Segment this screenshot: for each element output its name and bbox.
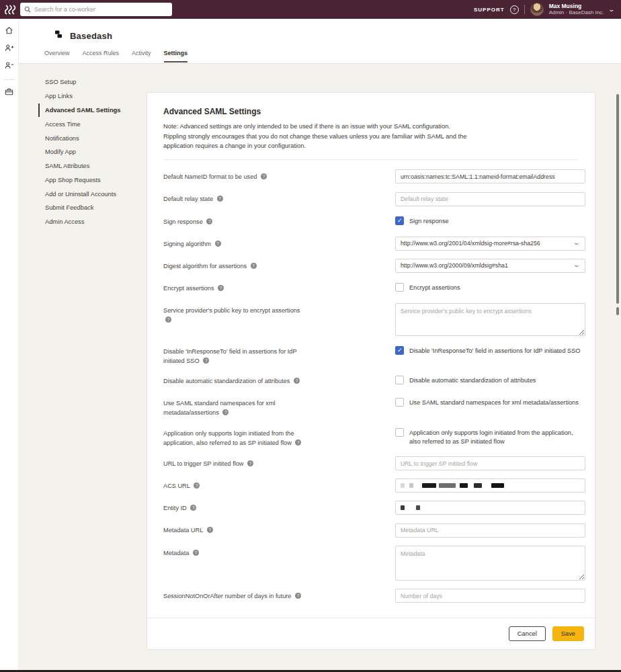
tab-bar: OverviewAccess RulesActivitySettings bbox=[19, 50, 621, 62]
help-icon[interactable]: ? bbox=[251, 263, 257, 269]
help-icon[interactable]: ? bbox=[295, 593, 301, 599]
chevron-down-icon: ⌄ bbox=[573, 239, 581, 246]
help-icon[interactable]: ? bbox=[190, 505, 196, 511]
sidebar-item-admin-access[interactable]: Admin Access bbox=[38, 215, 149, 229]
entity-id-label: Entity ID ? bbox=[163, 501, 395, 513]
default-nameid-format-label: Default NameID format to be used ? bbox=[163, 169, 395, 182]
user-info[interactable]: Max Musing Admin · BaseDash Inc. bbox=[549, 3, 604, 16]
help-icon[interactable]: ? bbox=[294, 378, 300, 384]
acs-url-input-redacted[interactable] bbox=[395, 478, 585, 493]
panel-note: Note: Advanced settings are only intende… bbox=[163, 122, 467, 151]
tab-settings[interactable]: Settings bbox=[164, 50, 188, 62]
briefcase-icon[interactable] bbox=[4, 87, 15, 97]
cancel-button[interactable]: Cancel bbox=[509, 626, 546, 641]
form-row-disable-standardization: Disable automatic standardization of att… bbox=[163, 374, 585, 388]
settings-sidebar: SSO SetupApp LinksAdvanced SAML Settings… bbox=[38, 75, 149, 229]
redacted-block bbox=[401, 483, 405, 488]
help-icon[interactable]: ? bbox=[193, 550, 199, 556]
sidebar-item-access-time[interactable]: Access Time bbox=[38, 117, 149, 131]
sidebar-item-app-links[interactable]: App Links bbox=[38, 89, 149, 103]
sp-public-key-label: Service provider's public key to encrypt… bbox=[163, 303, 395, 325]
scrollbar-nub[interactable] bbox=[616, 307, 619, 315]
save-button[interactable]: Save bbox=[552, 626, 584, 641]
metadata-textarea[interactable] bbox=[395, 546, 585, 581]
default-relay-state-label: Default relay state ? bbox=[163, 192, 395, 204]
page-title: Basedash bbox=[70, 31, 112, 41]
tab-overview[interactable]: Overview bbox=[44, 50, 70, 62]
help-icon[interactable]: ? bbox=[217, 196, 223, 202]
top-bar: SUPPORT ? Max Musing Admin · BaseDash In… bbox=[0, 0, 621, 19]
form-row-digest-algorithm: Digest algorithm for assertions ?http://… bbox=[163, 259, 585, 273]
scrollbar[interactable] bbox=[616, 94, 619, 304]
search-input[interactable] bbox=[34, 6, 168, 13]
entity-id-input-redacted[interactable] bbox=[395, 501, 585, 515]
disable-inresponseto-checkbox[interactable] bbox=[395, 346, 404, 355]
sidebar-item-notifications[interactable]: Notifications bbox=[38, 131, 149, 145]
user-avatar[interactable] bbox=[530, 3, 544, 16]
help-icon[interactable]: ? bbox=[261, 173, 267, 179]
default-relay-state-input[interactable] bbox=[395, 192, 585, 206]
home-icon[interactable] bbox=[4, 26, 15, 36]
metadata-url-input[interactable] bbox=[395, 523, 585, 538]
help-icon[interactable]: ? bbox=[165, 317, 171, 323]
sp-public-key-textarea[interactable] bbox=[395, 303, 585, 336]
help-icon[interactable]: ? bbox=[295, 439, 301, 446]
help-icon[interactable]: ? bbox=[194, 482, 200, 489]
tab-access-rules[interactable]: Access Rules bbox=[83, 50, 120, 62]
rippling-logo-icon[interactable] bbox=[0, 5, 20, 15]
coworker-search[interactable] bbox=[20, 3, 172, 16]
form-row-default-nameid-format: Default NameID format to be used ? bbox=[163, 169, 585, 184]
digest-algorithm-select[interactable]: http://www.w3.org/2000/09/xmldsig#sha1⌄ bbox=[395, 259, 585, 273]
form-row-saml-namespaces: Use SAML standard namespaces for xml met… bbox=[163, 396, 585, 418]
left-nav-rail bbox=[0, 19, 19, 670]
sidebar-item-advanced-saml-settings[interactable]: Advanced SAML Settings bbox=[38, 103, 149, 118]
chevron-down-icon[interactable]: ⌄ bbox=[608, 6, 616, 13]
help-icon[interactable]: ? bbox=[510, 5, 519, 14]
sp-flow-url-input[interactable] bbox=[395, 456, 585, 470]
sidebar-item-modify-app[interactable]: Modify App bbox=[38, 145, 149, 159]
redacted-block bbox=[409, 483, 413, 488]
user-minus-icon[interactable] bbox=[4, 60, 15, 71]
redacted-block bbox=[422, 483, 436, 488]
redacted-block bbox=[416, 505, 420, 510]
support-link[interactable]: SUPPORT bbox=[474, 7, 505, 13]
form-row-acs-url: ACS URL ? bbox=[163, 478, 585, 493]
sign-response-checkbox[interactable] bbox=[395, 216, 404, 225]
sidebar-item-sso-setup[interactable]: SSO Setup bbox=[38, 75, 149, 89]
form-row-encrypt-assertions: Encrypt assertions ?Encrypt assertions bbox=[163, 281, 585, 295]
saml-namespaces-checkbox[interactable] bbox=[395, 398, 404, 407]
disable-standardization-checkbox[interactable] bbox=[395, 376, 404, 384]
form-row-metadata: Metadata ? bbox=[163, 546, 585, 581]
sp-initiated-only-checkbox-label: Application only supports login initiate… bbox=[409, 428, 585, 447]
digest-algorithm-label: Digest algorithm for assertions ? bbox=[163, 259, 395, 271]
user-plus-icon[interactable] bbox=[4, 43, 15, 54]
default-nameid-format-input[interactable] bbox=[395, 169, 585, 183]
help-icon[interactable]: ? bbox=[207, 527, 213, 533]
form-row-session-days: SessionNotOnOrAfter number of days in fu… bbox=[163, 589, 585, 603]
help-icon[interactable]: ? bbox=[206, 218, 212, 224]
signing-algorithm-value: http://www.w3.org/2001/04/xmldsig-more#r… bbox=[401, 240, 540, 247]
form-row-sp-initiated-only: Application only supports login initiate… bbox=[163, 426, 585, 448]
help-icon[interactable]: ? bbox=[203, 358, 209, 364]
help-icon[interactable]: ? bbox=[222, 409, 229, 415]
chevron-down-icon: ⌄ bbox=[573, 261, 581, 268]
metadata-url-label: Metadata URL ? bbox=[163, 523, 395, 536]
sp-initiated-only-checkbox[interactable] bbox=[395, 428, 404, 437]
help-icon[interactable]: ? bbox=[247, 460, 253, 466]
sidebar-item-submit-feedback[interactable]: Submit Feedback bbox=[38, 201, 149, 215]
tab-activity[interactable]: Activity bbox=[132, 50, 151, 62]
sidebar-item-add-or-uninstall-accounts[interactable]: Add or Uninstall Accounts bbox=[38, 187, 149, 201]
sidebar-item-app-shop-requests[interactable]: App Shop Requests bbox=[38, 173, 149, 187]
advanced-saml-panel: Advanced SAML Settings Note: Advanced se… bbox=[147, 92, 595, 650]
form-row-default-relay-state: Default relay state ? bbox=[163, 192, 585, 206]
session-days-input[interactable] bbox=[395, 589, 585, 603]
acs-url-label: ACS URL ? bbox=[163, 478, 395, 491]
encrypt-assertions-checkbox[interactable] bbox=[395, 283, 404, 292]
signing-algorithm-select[interactable]: http://www.w3.org/2001/04/xmldsig-more#r… bbox=[395, 237, 585, 251]
sidebar-item-saml-attributes[interactable]: SAML Attributes bbox=[38, 159, 149, 173]
help-icon[interactable]: ? bbox=[215, 241, 221, 247]
help-icon[interactable]: ? bbox=[218, 285, 224, 291]
rail-divider bbox=[4, 79, 15, 80]
redacted-block bbox=[460, 483, 468, 488]
sign-response-label: Sign response ? bbox=[163, 214, 395, 227]
